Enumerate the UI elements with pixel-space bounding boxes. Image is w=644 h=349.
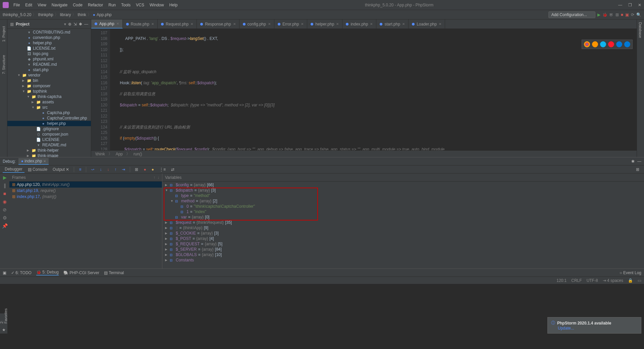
variable-row[interactable]: ▶⊟$_REQUEST = {array} [5] <box>165 241 641 247</box>
menu-file[interactable]: File <box>11 1 22 9</box>
editor-tab[interactable]: Request.php✕ <box>158 19 197 29</box>
tree-item[interactable]: ◆phpunit.xml <box>7 56 91 62</box>
editor-tab[interactable]: helper.php✕ <box>307 19 342 29</box>
debug-icon[interactable]: 🐞 <box>602 12 607 17</box>
collapse-icon[interactable]: ⇲ <box>73 22 77 27</box>
tree-item[interactable]: 📄.gitignore <box>7 126 91 132</box>
resume-icon[interactable]: ▶ <box>3 175 7 180</box>
frame-up-icon[interactable]: ↑ <box>153 175 155 180</box>
mute-bp-icon[interactable]: ● <box>142 166 148 172</box>
frame-item[interactable]: ⊞start.php:19, require() <box>9 188 162 194</box>
tree-item[interactable]: ●helper.php <box>7 121 91 126</box>
editor-tab[interactable]: Route.php✕ <box>123 19 158 29</box>
crumb-method[interactable]: run() <box>133 152 142 156</box>
dropdown-icon[interactable]: ▾ <box>64 22 66 27</box>
stop-debug-icon[interactable]: ■ <box>3 191 6 196</box>
add-configuration-button[interactable]: Add Configuration... <box>548 11 595 18</box>
layout-icon[interactable]: ⊞ <box>634 166 641 172</box>
force-step-into-icon[interactable]: ↓ <box>105 166 111 172</box>
step-into-icon[interactable]: ↓ <box>98 166 104 172</box>
breadcrumb-item[interactable]: library <box>60 12 71 17</box>
editor-tab[interactable]: index.php✕ <box>342 19 376 29</box>
menu-view[interactable]: View <box>35 1 49 9</box>
step-out-icon[interactable]: ↑ <box>112 166 118 172</box>
tree-item[interactable]: ▾CONTRIBUTING.md <box>7 30 91 35</box>
project-tree[interactable]: ▾CONTRIBUTING.md●convention.php●helper.p… <box>7 29 91 157</box>
tool-structure[interactable]: 7: Structure <box>2 55 6 74</box>
settings-icon[interactable]: ⇄ <box>169 166 176 172</box>
hide-icon[interactable]: — <box>84 22 88 27</box>
search-icon[interactable]: 🔍 <box>636 12 641 17</box>
update-icon[interactable]: ⟳ <box>631 12 634 17</box>
tree-item[interactable]: ●helper.php <box>7 40 91 46</box>
profile-icon[interactable]: ⊞ <box>615 12 619 17</box>
tree-item[interactable]: ▶📁think-image <box>7 153 91 157</box>
star-icon[interactable]: ★ <box>2 328 6 332</box>
editor-tab[interactable]: Response.php✕ <box>197 19 239 29</box>
breadcrumb-item[interactable]: think <box>77 12 86 17</box>
editor-tabs[interactable]: App.php✕Route.php✕Request.php✕Response.p… <box>91 19 637 29</box>
gear-icon[interactable]: ✱ <box>631 159 635 164</box>
console-tab[interactable]: ▤ Console <box>26 166 49 172</box>
evaluate-icon[interactable]: ⊞ <box>133 166 140 172</box>
safari-icon[interactable] <box>600 41 606 47</box>
variable-row[interactable]: ▶⊟$_SERVER = {array} [84] <box>165 247 641 252</box>
toggle-bp-icon[interactable]: ● <box>150 166 156 172</box>
cursor-position[interactable]: 120:1 <box>556 278 567 283</box>
todo-tool[interactable]: ✓ 6: TODO <box>11 270 32 275</box>
frame-down-icon[interactable]: ↓ <box>157 175 159 180</box>
view-breakpoints-icon[interactable]: ◉ <box>3 199 7 204</box>
memory-icon[interactable]: ▭ <box>638 278 641 283</box>
tool-database[interactable]: Database <box>638 22 642 38</box>
event-log-tool[interactable]: ○ Event Log <box>620 270 641 275</box>
debug-tool[interactable]: 🐞 5: Debug <box>36 270 59 276</box>
tool-favorites[interactable]: 2: Favorites <box>0 308 8 323</box>
editor-tab[interactable]: Error.php✕ <box>274 19 307 29</box>
update-link[interactable]: Update... <box>558 326 638 331</box>
gear-icon[interactable]: ✱ <box>79 22 82 27</box>
hide-icon[interactable]: — <box>637 159 641 164</box>
tree-item[interactable]: ▼📁src <box>7 105 91 110</box>
tree-item[interactable]: ▶📁bin <box>7 78 91 83</box>
tree-item[interactable]: ▶📁think-helper <box>7 148 91 153</box>
tree-item[interactable]: ●Captcha.php <box>7 110 91 115</box>
debugger-tab[interactable]: Debugger <box>3 166 24 173</box>
tree-item[interactable]: 🖼logo.png <box>7 51 91 56</box>
variable-row[interactable]: ▶⊟$_COOKIE = {array} [3] <box>165 231 641 236</box>
tool-window-icon[interactable]: ▣ <box>3 270 6 275</box>
close-icon[interactable]: ✕ <box>638 3 641 7</box>
step-over-icon[interactable]: ⤻ <box>89 166 96 172</box>
pause-icon[interactable]: ‖ <box>4 183 6 188</box>
editor-breadcrumb[interactable]: \think〉 App〉 run() <box>91 150 637 157</box>
code-editor[interactable]: 1071081091101111121131141151161171181191… <box>91 29 637 150</box>
edge-icon[interactable] <box>624 41 630 47</box>
menu-navigate[interactable]: Navigate <box>49 1 70 9</box>
tree-item[interactable]: ▶📁composer <box>7 83 91 89</box>
menu-refactor[interactable]: Refactor <box>85 1 106 9</box>
tree-item[interactable]: ▶📁assets <box>7 99 91 105</box>
tree-item[interactable]: 📄LICENSE.txt <box>7 46 91 51</box>
view-bp-icon[interactable]: ⋮≡ <box>157 166 168 172</box>
show-exec-icon[interactable]: ≡ <box>77 166 83 172</box>
ie-icon[interactable] <box>616 41 622 47</box>
run-to-cursor-icon[interactable]: ⇥ <box>120 166 127 172</box>
editor-tab[interactable]: App.php✕ <box>91 19 123 29</box>
code-content[interactable]: APP_PATH . 'lang' . DS . $request->langS… <box>110 29 637 150</box>
stop-icon[interactable]: ■ <box>621 12 623 17</box>
lock-icon[interactable]: 🔒 <box>628 278 633 283</box>
breadcrumb-item[interactable]: thinkphp <box>38 12 53 17</box>
debug-tab-index[interactable]: ● index.php ✕ <box>18 158 49 165</box>
variable-row[interactable]: ▶⊟Constants <box>165 257 641 263</box>
tree-item[interactable]: ▼📁think-captcha <box>7 94 91 99</box>
opera-icon[interactable] <box>608 41 614 47</box>
pin-icon[interactable]: 📌 <box>2 223 8 229</box>
maximize-icon[interactable]: ❐ <box>628 3 632 7</box>
terminal-tool[interactable]: ▤ Terminal <box>104 270 124 275</box>
menu-edit[interactable]: Edit <box>22 1 35 9</box>
firefox-icon[interactable] <box>592 41 598 47</box>
breadcrumb[interactable]: thinkphp_5.0.20〉 thinkphp〉 library〉 thin… <box>3 12 112 17</box>
run-icon[interactable]: ▶ <box>597 12 600 17</box>
tree-item[interactable]: 📄LICENSE <box>7 137 91 142</box>
tree-item[interactable]: ●start.php <box>7 67 91 72</box>
frame-item[interactable]: ⊞index.php:17, {main}() <box>9 194 162 200</box>
